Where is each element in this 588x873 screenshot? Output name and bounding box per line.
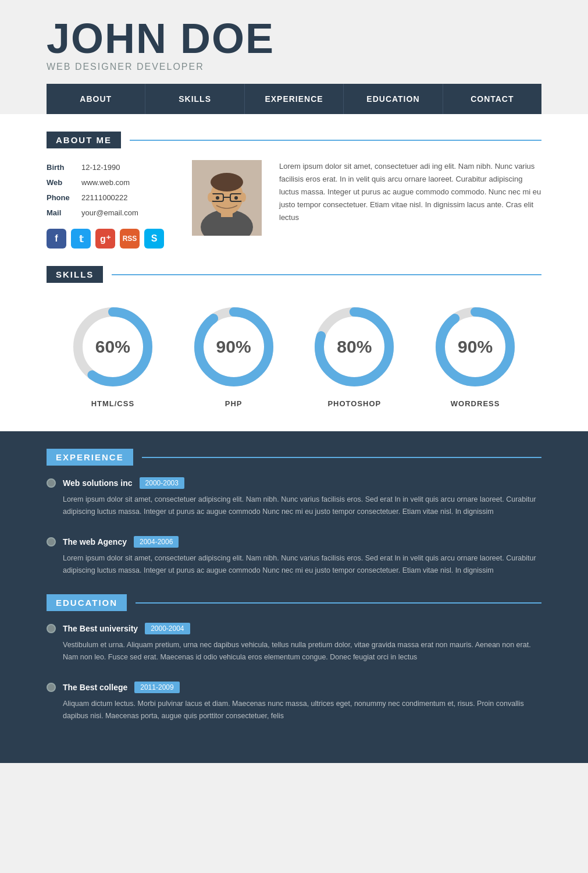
edu-dot-1 [47, 683, 56, 692]
edu-header-0: The Best university 2000-2004 [47, 623, 541, 634]
skype-icon[interactable]: S [144, 229, 164, 249]
skills-section-header: SKILLS [47, 266, 541, 283]
education-item-0: The Best university 2000-2004 Vestibulum… [47, 623, 541, 664]
facebook-icon[interactable]: f [47, 229, 66, 249]
birth-label: Birth [47, 160, 76, 175]
skill-htmlcss: 60% HTML/CSS [66, 300, 159, 408]
education-item-1: The Best college 2011-2009 Aliquam dictu… [47, 682, 541, 723]
exp-header-1: The web Agency 2004-2006 [47, 536, 541, 548]
svg-point-4 [211, 173, 243, 191]
exp-date-1: 2004-2006 [134, 536, 179, 548]
exp-header-0: Web solutions inc 2000-2003 [47, 477, 541, 489]
web-label: Web [47, 175, 76, 190]
web-value: www.web.com [81, 175, 130, 190]
exp-company-1: The web Agency [63, 537, 127, 546]
skill-percent-htmlcss: 60% [95, 337, 130, 357]
exp-dot-0 [47, 478, 56, 488]
job-title: WEB DESIGNER DEVELOPER [47, 62, 541, 72]
svg-point-11 [240, 193, 246, 202]
experience-item-1: The web Agency 2004-2006 Lorem ipsum dol… [47, 536, 541, 577]
experience-label: EXPERIENCE [47, 449, 133, 466]
rss-icon[interactable]: RSS [120, 229, 140, 249]
donut-htmlcss: 60% [66, 300, 159, 393]
education-list: The Best university 2000-2004 Vestibulum… [47, 623, 541, 722]
donut-photoshop: 80% [308, 300, 401, 393]
phone-label: Phone [47, 190, 76, 205]
googleplus-icon[interactable]: g⁺ [95, 229, 115, 249]
navigation: ABOUT SKILLS EXPERIENCE EDUCATION CONTAC… [47, 84, 541, 114]
skill-percent-photoshop: 80% [337, 337, 372, 357]
edu-desc-0: Vestibulum et urna. Aliquam pretium, urn… [47, 639, 541, 664]
profile-photo [192, 160, 262, 249]
twitter-icon[interactable]: 𝕥 [71, 229, 91, 249]
education-divider [136, 602, 541, 604]
nav-skills[interactable]: SKILLS [145, 84, 244, 114]
about-info: Birth 12-12-1990 Web www.web.com Phone 2… [47, 160, 174, 221]
about-grid: Birth 12-12-1990 Web www.web.com Phone 2… [47, 160, 541, 249]
header: JOHN DOE WEB DESIGNER DEVELOPER [0, 0, 588, 72]
white-section: ABOUT ME Birth 12-12-1990 Web www.web.co… [0, 114, 588, 431]
experience-section-header: EXPERIENCE [47, 449, 541, 466]
nav-contact[interactable]: CONTACT [443, 84, 541, 114]
about-label: ABOUT ME [47, 132, 121, 148]
edu-school-0: The Best university [63, 624, 138, 633]
skill-percent-php: 90% [216, 337, 251, 357]
skills-section: SKILLS 60% HTML/CSS [47, 266, 541, 408]
skill-label-php: PHP [225, 399, 243, 408]
svg-point-10 [208, 193, 213, 202]
experience-divider [142, 457, 541, 458]
exp-date-0: 2000-2003 [140, 477, 184, 489]
donut-php: 90% [187, 300, 280, 393]
skill-php: 90% PHP [187, 300, 280, 408]
exp-company-0: Web solutions inc [63, 478, 133, 488]
skill-percent-wordpress: 90% [458, 337, 493, 357]
nav-about[interactable]: ABOUT [47, 84, 145, 114]
donut-wordpress: 90% [429, 300, 522, 393]
about-divider [130, 140, 541, 141]
edu-date-1: 2011-2009 [134, 682, 179, 693]
about-bio: Lorem ipsum dolor sit amet, consectetuer… [279, 160, 541, 249]
experience-item-0: Web solutions inc 2000-2003 Lorem ipsum … [47, 477, 541, 519]
mail-label: Mail [47, 205, 76, 221]
edu-dot-0 [47, 624, 56, 633]
social-icons: f 𝕥 g⁺ RSS S [47, 229, 174, 249]
dark-section: EXPERIENCE Web solutions inc 2000-2003 L… [0, 431, 588, 763]
mail-value: your@email.com [81, 205, 138, 221]
edu-date-0: 2000-2004 [145, 623, 190, 634]
experience-list: Web solutions inc 2000-2003 Lorem ipsum … [47, 477, 541, 577]
svg-point-9 [234, 196, 238, 200]
exp-desc-1: Lorem ipsum dolor sit amet, consectetuer… [47, 552, 541, 577]
about-left-column: Birth 12-12-1990 Web www.web.com Phone 2… [47, 160, 174, 249]
skill-label-wordpress: WORDRESS [451, 399, 500, 408]
skills-divider [112, 274, 541, 275]
edu-school-1: The Best college [63, 683, 127, 692]
skill-photoshop: 80% PHOTOSHOP [308, 300, 401, 408]
skill-label-photoshop: PHOTOSHOP [327, 399, 381, 408]
phone-value: 22111000222 [81, 190, 128, 205]
education-label: EDUCATION [47, 594, 127, 611]
skill-label-htmlcss: HTML/CSS [91, 399, 134, 408]
birth-value: 12-12-1990 [81, 160, 120, 175]
education-section-header: EDUCATION [47, 594, 541, 611]
svg-point-8 [216, 196, 219, 200]
skill-wordpress: 90% WORDRESS [429, 300, 522, 408]
skills-label: SKILLS [47, 266, 103, 283]
education-section: EDUCATION The Best university 2000-2004 … [47, 594, 541, 722]
edu-desc-1: Aliquam dictum lectus. Morbi pulvinar la… [47, 698, 541, 723]
skills-charts: 60% HTML/CSS 90% PHP [47, 300, 541, 408]
name-heading: JOHN DOE [47, 17, 541, 59]
exp-dot-1 [47, 537, 56, 546]
nav-education[interactable]: EDUCATION [344, 84, 443, 114]
about-section-header: ABOUT ME [47, 132, 541, 148]
exp-desc-0: Lorem ipsum dolor sit amet, consectetuer… [47, 494, 541, 519]
edu-header-1: The Best college 2011-2009 [47, 682, 541, 693]
nav-experience[interactable]: EXPERIENCE [245, 84, 344, 114]
